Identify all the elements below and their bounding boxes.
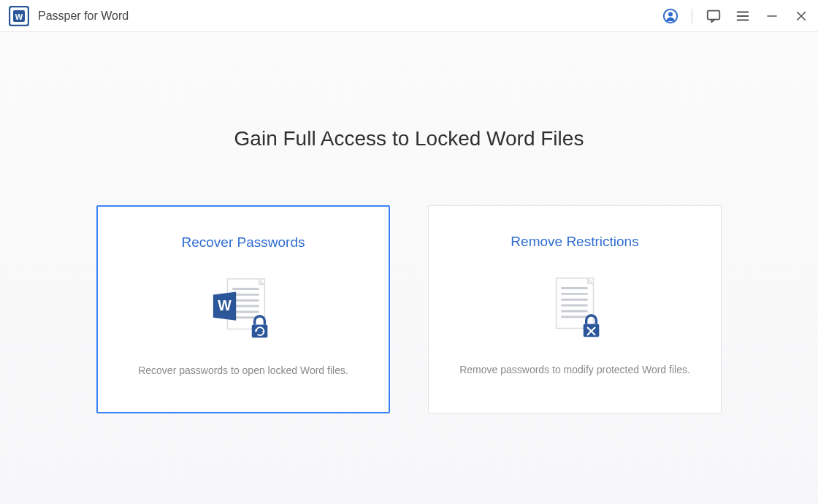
- svg-text:W: W: [15, 12, 23, 20]
- app-title: Passper for Word: [38, 9, 129, 23]
- recover-passwords-card[interactable]: Recover Passwords W: [96, 205, 390, 413]
- account-icon[interactable]: [662, 8, 679, 24]
- window-controls: [662, 8, 809, 24]
- feedback-icon[interactable]: [706, 8, 722, 24]
- svg-point-4: [668, 12, 673, 16]
- menu-icon[interactable]: [735, 8, 751, 24]
- card-desc-remove: Remove passwords to modify protected Wor…: [439, 362, 711, 378]
- minimize-button[interactable]: [764, 8, 780, 24]
- option-cards: Recover Passwords W: [96, 205, 722, 413]
- card-title-remove: Remove Restrictions: [511, 234, 638, 250]
- card-desc-recover: Recover passwords to open locked Word fi…: [118, 363, 369, 378]
- card-title-recover: Recover Passwords: [182, 234, 305, 251]
- recover-passwords-illustration: W: [207, 272, 280, 345]
- svg-text:W: W: [218, 297, 232, 313]
- divider: [692, 9, 692, 23]
- page-heading: Gain Full Access to Locked Word Files: [234, 127, 584, 150]
- svg-rect-25: [557, 278, 594, 329]
- close-button[interactable]: [793, 8, 809, 24]
- main-content: Gain Full Access to Locked Word Files Re…: [0, 32, 818, 413]
- app-icon: W: [9, 6, 29, 26]
- title-bar: W Passper for Word: [0, 0, 818, 32]
- remove-restrictions-illustration: [538, 272, 611, 345]
- remove-restrictions-card[interactable]: Remove Restrictions: [428, 205, 722, 413]
- svg-rect-5: [708, 10, 720, 19]
